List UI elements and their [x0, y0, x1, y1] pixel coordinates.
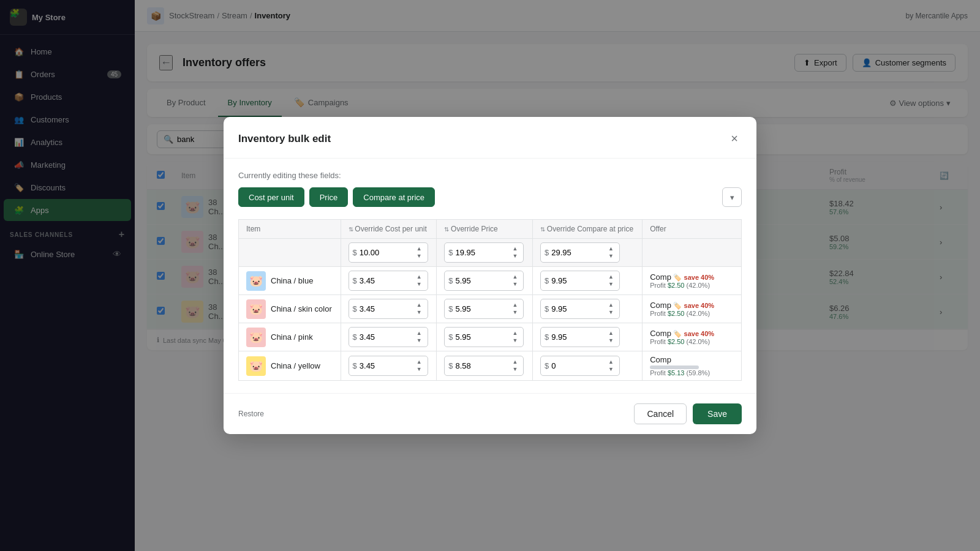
- china-pink-price-input[interactable]: [456, 332, 499, 342]
- china-blue-cost-field: $ ▲ ▼: [349, 271, 428, 291]
- china-skin-profit: Profit $2.50 (42.0%): [650, 310, 734, 317]
- china-blue-offer-cell: Comp 🏷️ save 40% Profit $2.50 (42.0%): [643, 267, 742, 295]
- restore-button[interactable]: Restore: [238, 410, 264, 418]
- china-yellow-compare-field: $ ▲ ▼: [540, 356, 620, 376]
- china-skin-cost-input[interactable]: [360, 304, 402, 313]
- china-blue-compare-stepper: ▲ ▼: [606, 274, 616, 288]
- china-yellow-compare-stepper: ▲ ▼: [606, 359, 616, 373]
- china-yellow-cost-down[interactable]: ▼: [415, 366, 424, 373]
- compare-up[interactable]: ▲: [606, 246, 616, 252]
- china-yellow-price-up[interactable]: ▲: [510, 359, 519, 365]
- china-yellow-cost-cell: $ ▲ ▼: [341, 351, 437, 381]
- china-blue-price-field: $ ▲ ▼: [444, 271, 524, 291]
- china-pink-cost-cell: $ ▲ ▼: [341, 323, 437, 351]
- china-yellow-compare-input[interactable]: [551, 361, 594, 370]
- china-yellow-price-input[interactable]: [456, 361, 499, 370]
- china-yellow-cost-up[interactable]: ▲: [415, 359, 424, 365]
- china-blue-profit: Profit $2.50 (42.0%): [650, 282, 734, 289]
- china-yellow-cost-input[interactable]: [360, 361, 402, 370]
- china-blue-cost-input[interactable]: [360, 276, 402, 285]
- default-compare-field: $ ▲ ▼: [540, 242, 620, 263]
- compare-down[interactable]: ▼: [606, 253, 616, 260]
- china-skin-cost-up[interactable]: ▲: [415, 302, 424, 309]
- offer-th: Offer: [643, 220, 742, 239]
- china-pink-cost-stepper: ▲ ▼: [415, 330, 424, 344]
- china-pink-compare-cell: $ ▲ ▼: [533, 323, 643, 351]
- modal-close-button[interactable]: ×: [727, 129, 742, 148]
- pill-price[interactable]: Price: [309, 187, 349, 207]
- china-skin-compare-input[interactable]: [551, 304, 594, 313]
- china-skin-cost-cell: $ ▲ ▼: [341, 295, 437, 323]
- china-blue-compare-down[interactable]: ▼: [606, 281, 616, 288]
- cancel-button[interactable]: Cancel: [634, 403, 687, 424]
- china-skin-price-down[interactable]: ▼: [510, 309, 519, 316]
- china-pink-cost-up[interactable]: ▲: [415, 330, 424, 337]
- china-blue-compare-input[interactable]: [551, 276, 594, 285]
- china-pink-cost-field: $ ▲ ▼: [349, 327, 428, 347]
- china-skin-cost-down[interactable]: ▼: [415, 309, 424, 316]
- china-pink-price-down[interactable]: ▼: [510, 337, 519, 344]
- china-blue-price-input[interactable]: [456, 276, 499, 285]
- china-blue-cost-cell: $ ▲ ▼: [341, 267, 437, 295]
- override-cost-th: ⇅ Override Cost per unit: [341, 220, 437, 239]
- edit-table: Item ⇅ Override Cost per unit ⇅ Override…: [238, 219, 742, 381]
- override-compare-th: ⇅ Override Compare at price: [533, 220, 643, 239]
- default-compare-input[interactable]: [551, 248, 594, 257]
- modal-body: Currently editing these fields: Cost per…: [224, 159, 756, 393]
- china-pink-compare-down[interactable]: ▼: [606, 337, 616, 344]
- china-yellow-compare-down[interactable]: ▼: [606, 366, 616, 373]
- china-yellow-price-cell: $ ▲ ▼: [437, 351, 533, 381]
- china-yellow-item-cell: 🐷 China / yellow: [239, 351, 341, 381]
- china-pink-compare-field: $ ▲ ▼: [540, 327, 620, 347]
- china-skin-compare-up[interactable]: ▲: [606, 302, 616, 309]
- edit-table-header: Item ⇅ Override Cost per unit ⇅ Override…: [239, 220, 742, 239]
- china-skin-item-cell: 🐷 China / skin color: [239, 295, 341, 323]
- price-down[interactable]: ▼: [510, 253, 519, 260]
- default-item-cell: [239, 239, 341, 267]
- china-skin-compare-stepper: ▲ ▼: [606, 302, 616, 316]
- china-blue-price-stepper: ▲ ▼: [510, 274, 519, 288]
- price-up[interactable]: ▲: [510, 246, 519, 252]
- edit-table-default-row: $ ▲ ▼ $: [239, 239, 742, 267]
- edit-table-row-china-pink: 🐷 China / pink $ ▲ ▼: [239, 323, 742, 351]
- sort-icon: ⇅: [444, 226, 451, 233]
- china-pink-compare-input[interactable]: [551, 332, 594, 342]
- china-skin-compare-down[interactable]: ▼: [606, 309, 616, 316]
- china-pink-compare-up[interactable]: ▲: [606, 330, 616, 337]
- fields-label: Currently editing these fields:: [238, 171, 742, 180]
- modal-header: Inventory bulk edit ×: [224, 117, 756, 159]
- modal-footer: Restore Cancel Save: [224, 393, 756, 434]
- china-blue-price-cell: $ ▲ ▼: [437, 267, 533, 295]
- china-yellow-price-down[interactable]: ▼: [510, 366, 519, 373]
- modal-title: Inventory bulk edit: [238, 133, 331, 145]
- modal-overlay[interactable]: Inventory bulk edit × Currently editing …: [0, 0, 980, 551]
- pill-compare-at-price[interactable]: Compare at price: [353, 187, 435, 207]
- pill-cost-per-unit[interactable]: Cost per unit: [238, 187, 304, 207]
- compare-stepper: ▲ ▼: [606, 246, 616, 260]
- default-cost-input[interactable]: [360, 248, 402, 257]
- china-blue-cost-down[interactable]: ▼: [415, 281, 424, 288]
- default-price-field: $ ▲ ▼: [444, 242, 524, 263]
- cost-up[interactable]: ▲: [415, 246, 424, 252]
- china-blue-price-down[interactable]: ▼: [510, 281, 519, 288]
- cost-down[interactable]: ▼: [415, 253, 424, 260]
- china-pink-cost-input[interactable]: [360, 332, 402, 342]
- field-pills: Cost per unit Price Compare at price ▾: [238, 187, 742, 207]
- china-blue-compare-up[interactable]: ▲: [606, 274, 616, 280]
- china-blue-save-badge: 🏷️ save 40%: [673, 274, 714, 281]
- default-price-input[interactable]: [456, 248, 499, 257]
- sort-icon: ⇅: [349, 226, 355, 233]
- china-skin-price-input[interactable]: [456, 304, 499, 313]
- item-th: Item: [239, 220, 341, 239]
- china-yellow-compare-up[interactable]: ▲: [606, 359, 616, 365]
- default-cost-field: $ ▲ ▼: [349, 242, 428, 263]
- china-pink-cost-down[interactable]: ▼: [415, 337, 424, 344]
- china-pink-price-up[interactable]: ▲: [510, 330, 519, 337]
- china-yellow-profit: Profit $5.13 (59.8%): [650, 369, 734, 377]
- china-blue-price-up[interactable]: ▲: [510, 274, 519, 280]
- china-blue-cost-up[interactable]: ▲: [415, 274, 424, 280]
- china-skin-price-up[interactable]: ▲: [510, 302, 519, 309]
- save-button[interactable]: Save: [693, 403, 742, 424]
- china-blue-item-cell: 🐷 China / blue: [239, 267, 341, 295]
- pill-dropdown[interactable]: ▾: [722, 187, 742, 207]
